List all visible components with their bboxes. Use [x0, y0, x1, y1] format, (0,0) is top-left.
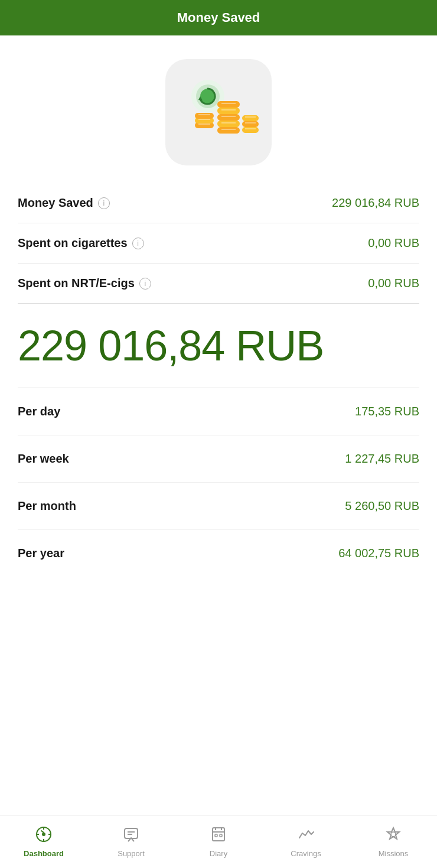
- svg-rect-6: [195, 113, 214, 119]
- missions-nav-label: Missions: [379, 849, 409, 858]
- cigarettes-label: Spent on cigarettes i: [18, 236, 144, 250]
- per-day-label: Per day: [18, 405, 60, 418]
- period-row-month: Per month 5 260,50 RUB: [18, 483, 419, 530]
- money-saved-value: 229 016,84 RUB: [332, 196, 419, 210]
- svg-rect-12: [217, 114, 240, 121]
- nrt-label: Spent on NRT/E-cigs i: [18, 277, 151, 290]
- per-week-label: Per week: [18, 452, 69, 466]
- money-saved-info-icon[interactable]: i: [98, 197, 110, 209]
- svg-rect-21: [242, 121, 259, 127]
- svg-line-32: [41, 831, 44, 833]
- coins-illustration: [177, 74, 260, 151]
- cravings-icon: [298, 826, 314, 847]
- money-saved-label: Money Saved i: [18, 196, 110, 210]
- svg-rect-10: [217, 127, 240, 134]
- icon-area: [0, 35, 437, 183]
- diary-nav-label: Diary: [210, 849, 227, 858]
- svg-rect-36: [213, 828, 224, 841]
- svg-rect-13: [217, 108, 240, 114]
- per-year-label: Per year: [18, 547, 64, 560]
- missions-icon: [385, 826, 402, 847]
- per-year-value: 64 002,75 RUB: [338, 547, 419, 560]
- nav-item-diary[interactable]: Diary: [195, 826, 242, 858]
- period-row-day: Per day 175,35 RUB: [18, 388, 419, 435]
- stat-row-nrt: Spent on NRT/E-cigs i 0,00 RUB: [18, 264, 419, 304]
- period-row-week: Per week 1 227,45 RUB: [18, 435, 419, 483]
- stat-row-money-saved: Money Saved i 229 016,84 RUB: [18, 183, 419, 223]
- nav-item-cravings[interactable]: Cravings: [282, 826, 330, 858]
- diary-icon: [210, 826, 227, 847]
- nrt-value: 0,00 RUB: [368, 277, 419, 290]
- bottom-nav: Dashboard Support Diary: [0, 815, 437, 868]
- nav-item-dashboard[interactable]: Dashboard: [20, 826, 67, 858]
- dashboard-nav-label: Dashboard: [24, 849, 64, 858]
- nav-item-missions[interactable]: Missions: [370, 826, 417, 858]
- svg-rect-11: [217, 121, 240, 127]
- big-amount: 229 016,84 RUB: [18, 321, 419, 370]
- nav-item-support[interactable]: Support: [107, 826, 155, 858]
- svg-rect-14: [217, 101, 240, 108]
- period-section: Per day 175,35 RUB Per week 1 227,45 RUB…: [0, 388, 437, 577]
- dashboard-icon: [35, 826, 52, 847]
- per-week-value: 1 227,45 RUB: [345, 452, 419, 466]
- header-title: Money Saved: [177, 10, 260, 25]
- svg-rect-20: [242, 127, 259, 133]
- per-month-value: 5 260,50 RUB: [345, 499, 419, 513]
- svg-rect-22: [242, 115, 259, 121]
- app-header: Money Saved: [0, 0, 437, 35]
- per-month-label: Per month: [18, 499, 76, 513]
- cigarettes-info-icon[interactable]: i: [132, 238, 144, 249]
- per-day-value: 175,35 RUB: [355, 405, 419, 418]
- svg-rect-40: [215, 834, 217, 837]
- big-amount-section: 229 016,84 RUB: [0, 304, 437, 388]
- support-nav-label: Support: [118, 849, 145, 858]
- period-row-year: Per year 64 002,75 RUB: [18, 530, 419, 577]
- support-icon: [123, 826, 139, 847]
- cigarettes-value: 0,00 RUB: [368, 236, 419, 250]
- stat-row-cigarettes: Spent on cigarettes i 0,00 RUB: [18, 223, 419, 264]
- nrt-info-icon[interactable]: i: [139, 278, 151, 290]
- svg-rect-41: [220, 834, 222, 837]
- money-icon-box: [165, 59, 272, 165]
- stats-section: Money Saved i 229 016,84 RUB Spent on ci…: [0, 183, 437, 304]
- cravings-nav-label: Cravings: [291, 849, 321, 858]
